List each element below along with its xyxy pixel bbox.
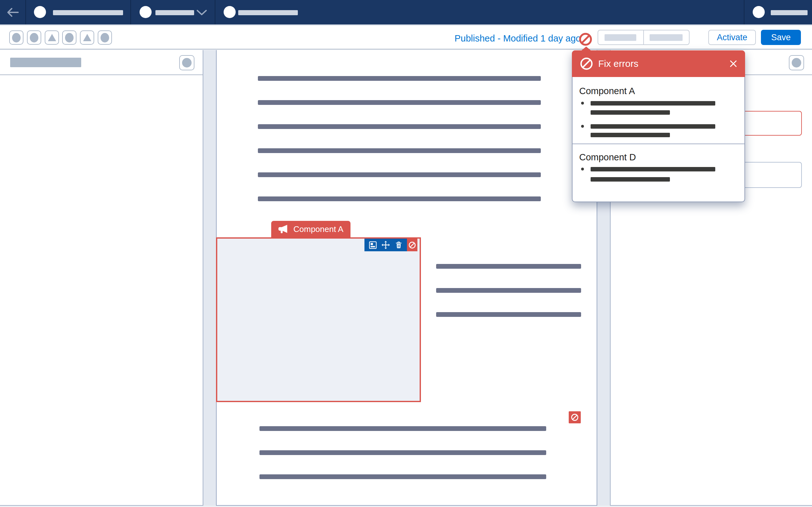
placeholder-text-line bbox=[259, 474, 546, 479]
triangle-icon bbox=[83, 34, 91, 41]
nav-item-primary[interactable] bbox=[26, 0, 131, 24]
placeholder-bar bbox=[605, 34, 636, 41]
trash-icon bbox=[395, 241, 403, 249]
preview-button-group bbox=[598, 30, 690, 45]
placeholder-text bbox=[771, 10, 808, 15]
components-panel bbox=[0, 50, 203, 506]
component-actions bbox=[364, 239, 407, 251]
prohibited-icon bbox=[408, 241, 416, 249]
page-canvas: Component A bbox=[216, 50, 597, 506]
error-placeholder-line bbox=[591, 133, 670, 137]
app-header bbox=[0, 0, 812, 25]
placeholder-text-line bbox=[259, 426, 546, 431]
activate-button[interactable]: Activate bbox=[708, 30, 756, 45]
placeholder-text-line bbox=[259, 450, 546, 455]
error-section-title: Component D bbox=[579, 152, 636, 163]
circle-icon bbox=[30, 33, 38, 43]
placeholder-text-line bbox=[436, 264, 581, 269]
component-delete-button[interactable] bbox=[394, 240, 403, 250]
tool-button-4[interactable] bbox=[62, 31, 77, 45]
error-section-title: Component A bbox=[579, 86, 635, 96]
tool-button-3[interactable] bbox=[45, 31, 59, 45]
placeholder-text-line bbox=[258, 100, 541, 105]
component-label: Component A bbox=[293, 224, 344, 234]
bullet-dot bbox=[581, 168, 584, 170]
canvas-gutter-left bbox=[203, 50, 216, 506]
back-button[interactable] bbox=[0, 0, 26, 24]
error-placeholder-line bbox=[591, 101, 715, 106]
circle-icon bbox=[65, 33, 73, 43]
avatar bbox=[753, 6, 765, 18]
placeholder-text-line bbox=[258, 148, 541, 153]
builder-toolbar bbox=[0, 25, 812, 49]
circle-icon bbox=[101, 33, 109, 43]
preview-option-2[interactable] bbox=[644, 31, 689, 44]
error-placeholder-line bbox=[591, 110, 670, 115]
prohibited-icon bbox=[571, 413, 579, 421]
placeholder-text bbox=[155, 10, 194, 15]
back-arrow-icon bbox=[5, 7, 20, 18]
tool-button-5[interactable] bbox=[80, 31, 94, 45]
circle-icon bbox=[792, 58, 801, 67]
component-error-badge[interactable] bbox=[569, 411, 581, 424]
publish-status: Published - Modified 1 day ago bbox=[455, 33, 581, 44]
save-button[interactable]: Save bbox=[761, 30, 801, 45]
search-placeholder bbox=[10, 58, 81, 67]
move-icon bbox=[381, 240, 390, 249]
components-panel-header bbox=[0, 50, 203, 75]
megaphone-icon bbox=[277, 224, 288, 234]
placeholder-bar bbox=[650, 34, 682, 41]
component-move-button[interactable] bbox=[381, 240, 391, 250]
component-layout-button[interactable] bbox=[368, 240, 377, 250]
popover-divider bbox=[572, 144, 745, 144]
tool-button-2[interactable] bbox=[27, 31, 41, 45]
panel-collapse-button[interactable] bbox=[789, 55, 804, 70]
prohibited-icon bbox=[579, 57, 594, 71]
panel-collapse-button[interactable] bbox=[179, 55, 194, 70]
tool-button-1[interactable] bbox=[9, 31, 23, 45]
layout-icon bbox=[368, 241, 377, 249]
placeholder-text bbox=[53, 10, 123, 15]
bullet-dot bbox=[581, 102, 584, 105]
component-action-chip bbox=[364, 239, 417, 251]
prohibited-icon bbox=[578, 32, 593, 46]
workspace-switcher[interactable] bbox=[132, 0, 215, 24]
popover-header: Fix errors bbox=[572, 50, 745, 77]
component-error-indicator[interactable] bbox=[407, 239, 417, 251]
bullet-dot bbox=[581, 125, 584, 128]
close-icon bbox=[728, 59, 738, 68]
preview-option-1[interactable] bbox=[598, 31, 644, 44]
avatar bbox=[34, 6, 46, 18]
popover-title: Fix errors bbox=[598, 58, 639, 69]
view-errors-button[interactable] bbox=[577, 31, 594, 48]
tool-button-6[interactable] bbox=[98, 31, 112, 45]
placeholder-text-line bbox=[436, 288, 581, 293]
circle-icon bbox=[12, 33, 20, 43]
nav-item-secondary[interactable] bbox=[216, 0, 311, 24]
placeholder-text-line bbox=[258, 196, 541, 201]
placeholder-text-line bbox=[436, 312, 581, 317]
error-placeholder-line bbox=[591, 177, 670, 181]
error-placeholder-line bbox=[591, 167, 715, 171]
placeholder-text-line bbox=[258, 172, 541, 177]
placeholder-text-line bbox=[258, 124, 541, 129]
selected-component[interactable] bbox=[216, 237, 421, 402]
placeholder-text-line bbox=[258, 76, 541, 81]
placeholder-text bbox=[238, 10, 298, 15]
fix-errors-popover: Fix errors Component A Component D bbox=[572, 50, 745, 202]
avatar bbox=[140, 6, 152, 18]
builder-app: Published - Modified 1 day ago Activate … bbox=[0, 0, 812, 507]
chevron-down-icon bbox=[196, 9, 207, 16]
popover-close-button[interactable] bbox=[728, 59, 738, 68]
user-profile[interactable] bbox=[744, 0, 812, 24]
avatar bbox=[223, 6, 236, 18]
error-placeholder-line bbox=[591, 124, 715, 129]
circle-icon bbox=[182, 58, 192, 67]
component-label-badge: Component A bbox=[271, 221, 351, 237]
triangle-icon bbox=[48, 34, 56, 41]
